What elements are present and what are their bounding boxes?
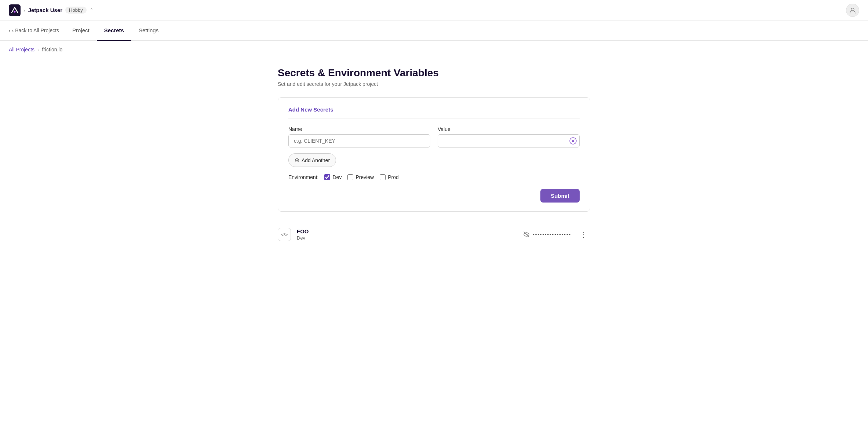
main-content: Secrets & Environment Variables Set and … — [269, 58, 599, 256]
nav-expand-icon[interactable]: ⌃ — [90, 7, 94, 13]
back-link-label: ‹ Back to All Projects — [12, 28, 59, 33]
page-title: Secrets & Environment Variables — [278, 67, 590, 79]
clear-value-button[interactable] — [569, 137, 577, 145]
secret-fields-row: Name Value — [288, 126, 580, 147]
env-dev-label: Dev — [332, 174, 342, 180]
tab-project[interactable]: Project — [65, 21, 97, 41]
add-another-icon: ⊕ — [295, 157, 299, 164]
secret-value-area: •••••••••••••••• — [523, 231, 571, 238]
svg-point-1 — [14, 11, 16, 12]
env-options: Dev Preview Prod — [324, 174, 398, 180]
card-footer: Submit — [288, 189, 580, 203]
secret-env: Dev — [297, 235, 517, 241]
add-another-label: Add Another — [302, 157, 330, 163]
submit-button[interactable]: Submit — [540, 189, 580, 203]
breadcrumb: All Projects › friction.io — [0, 41, 868, 58]
env-preview-checkbox[interactable] — [347, 174, 353, 180]
svg-rect-0 — [9, 4, 21, 16]
back-chevron-icon: ‹ — [9, 28, 11, 33]
card-section-title: Add New Secrets — [288, 106, 580, 119]
breadcrumb-all-projects[interactable]: All Projects — [9, 47, 34, 52]
value-field-group: Value — [438, 126, 580, 147]
visibility-off-icon[interactable] — [523, 231, 530, 238]
breadcrumb-current: friction.io — [42, 47, 62, 52]
env-preview-option[interactable]: Preview — [347, 174, 374, 180]
secrets-form-card: Add New Secrets Name Value — [278, 97, 590, 212]
secret-item-icon: </> — [278, 228, 291, 241]
top-nav: › Jetpack User Hobby ⌃ — [0, 0, 868, 21]
secret-list-item: </> FOO Dev •••••••••••••••• ⋮ — [278, 222, 590, 247]
env-preview-label: Preview — [355, 174, 374, 180]
value-input[interactable] — [438, 134, 580, 147]
name-input[interactable] — [288, 134, 430, 147]
secret-info: FOO Dev — [297, 228, 517, 241]
env-dev-option[interactable]: Dev — [324, 174, 342, 180]
environment-row: Environment: Dev Preview Prod — [288, 174, 580, 180]
env-prod-option[interactable]: Prod — [380, 174, 399, 180]
nav-avatar[interactable] — [846, 4, 859, 17]
env-prod-label: Prod — [388, 174, 399, 180]
secret-value-dots: •••••••••••••••• — [533, 232, 571, 237]
nav-project-name: Jetpack User — [28, 7, 62, 13]
secret-more-button[interactable]: ⋮ — [577, 229, 590, 240]
value-label: Value — [438, 126, 580, 132]
nav-separator: › — [23, 7, 25, 13]
tab-settings[interactable]: Settings — [131, 21, 166, 41]
page-subtitle: Set and edit secrets for your Jetpack pr… — [278, 81, 590, 87]
add-another-button[interactable]: ⊕ Add Another — [288, 153, 336, 167]
tab-secrets[interactable]: Secrets — [97, 21, 131, 41]
env-dev-checkbox[interactable] — [324, 174, 330, 180]
breadcrumb-separator: › — [37, 47, 39, 52]
environment-label: Environment: — [288, 174, 318, 180]
name-field-group: Name — [288, 126, 430, 147]
logo-icon[interactable] — [9, 4, 21, 16]
value-field-wrapper — [438, 134, 580, 147]
top-nav-left: › Jetpack User Hobby ⌃ — [9, 4, 94, 16]
env-prod-checkbox[interactable] — [380, 174, 386, 180]
nav-badge: Hobby — [65, 7, 87, 14]
tab-nav: ‹ ‹ Back to All Projects Project Secrets… — [0, 21, 868, 41]
secret-name: FOO — [297, 228, 517, 234]
name-label: Name — [288, 126, 430, 132]
back-to-all-projects-link[interactable]: ‹ ‹ Back to All Projects — [9, 21, 65, 40]
